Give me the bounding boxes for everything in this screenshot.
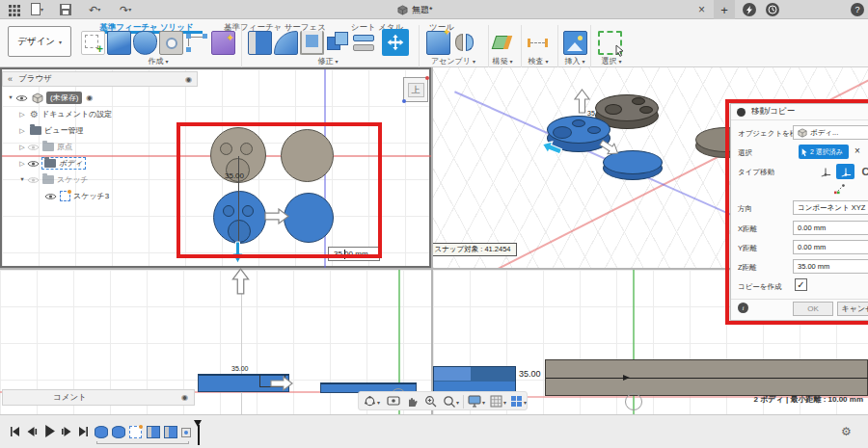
timeline-playhead[interactable] (194, 420, 203, 445)
browser-row-bodies[interactable]: ▷ ボディ (17, 156, 85, 171)
app-grid-icon[interactable] (8, 4, 20, 16)
help-button[interactable]: ? (851, 3, 864, 16)
move-direction-arrow[interactable] (270, 376, 293, 391)
manipulator-arrow-up-front[interactable] (231, 268, 250, 295)
eye-icon[interactable] (15, 94, 28, 102)
look-at-tool[interactable] (387, 395, 401, 408)
browser-row-settings[interactable]: ▷ ⚙ ドキュメントの設定 (17, 107, 112, 121)
move-copy-button[interactable] (382, 29, 409, 56)
version-history-button[interactable] (766, 3, 779, 16)
viewcube[interactable]: 上 (403, 77, 428, 102)
ok-button[interactable]: OK (793, 302, 833, 316)
body-gray-right[interactable] (545, 359, 868, 396)
new-tab-button[interactable]: + (714, 0, 735, 19)
viewports-tool[interactable] (510, 395, 525, 408)
shell-button[interactable] (300, 31, 324, 55)
browser-header[interactable]: « ブラウザ ◉ (2, 71, 198, 87)
clear-selection-button[interactable]: × (854, 145, 860, 156)
dialog-header[interactable]: 移動/コピー (731, 104, 868, 120)
construct-plane-button[interactable] (492, 31, 516, 55)
timeline-feature-cylinder-1[interactable] (95, 426, 108, 438)
collapse-icon[interactable]: ▷ (17, 144, 27, 151)
grid-caret[interactable]: ▾ (503, 399, 506, 406)
expand-icon[interactable]: ▼ (7, 95, 14, 101)
body-gray-plain-top[interactable] (281, 129, 334, 182)
eye-icon[interactable] (44, 193, 57, 200)
orbit-tool[interactable] (364, 395, 378, 408)
extrude-button[interactable] (107, 31, 131, 55)
manipulator-arrow-up[interactable] (574, 89, 590, 114)
body-blue-holed-top[interactable] (213, 191, 266, 244)
move-type-rotate[interactable]: C (856, 164, 868, 179)
revolve-button[interactable] (133, 31, 157, 55)
collapse-icon[interactable]: ▷ (17, 111, 27, 119)
undo-button[interactable]: ↶▾ (89, 0, 100, 19)
select-button[interactable] (598, 31, 622, 55)
grid-settings-tool[interactable] (490, 395, 504, 408)
move-type-free[interactable] (816, 164, 834, 179)
save-button[interactable] (60, 4, 71, 15)
fillet-button[interactable] (274, 31, 298, 55)
group-label-select[interactable]: 選択▾ (586, 57, 637, 66)
document-tab[interactable]: 無題* (397, 2, 433, 17)
group-label-modify[interactable]: 修正▾ (299, 57, 357, 66)
panel-options-icon[interactable]: ◉ (185, 75, 192, 84)
eye-icon-hidden[interactable] (27, 144, 40, 151)
activate-radio-icon[interactable]: ◉ (86, 93, 93, 102)
move-direction-arrow[interactable] (264, 208, 289, 224)
move-type-translate[interactable] (836, 164, 854, 179)
y-distance-input[interactable]: 0.00 mm (793, 240, 868, 254)
display-caret[interactable]: ▾ (482, 399, 485, 406)
design-menu-button[interactable]: デザイン ▾ (8, 26, 71, 57)
measure-button[interactable] (527, 31, 551, 55)
info-icon[interactable]: i (738, 303, 748, 313)
joint-button[interactable] (453, 31, 477, 55)
x-distance-input[interactable]: 0.00 mm (793, 221, 868, 235)
browser-row-views[interactable]: ▷ ビュー管理 (17, 123, 83, 138)
display-settings-tool[interactable] (468, 395, 482, 408)
timeline-step-forward-button[interactable] (60, 425, 72, 437)
browser-row-root[interactable]: ▼ (未保存) ◉ (6, 91, 93, 105)
dimension-input[interactable]: 35.00 mm (328, 247, 380, 261)
timeline-feature-move[interactable] (181, 428, 191, 437)
job-status-button[interactable] (743, 3, 756, 16)
new-component-button[interactable]: ✦ (426, 31, 450, 55)
file-menu-button[interactable]: ▾ (31, 3, 43, 15)
timeline-feature-sketch[interactable] (129, 426, 142, 438)
timeline-play-button[interactable] (42, 424, 56, 437)
browser-row-sketches[interactable]: ▼ スケッチ (17, 172, 89, 187)
object-dropdown[interactable]: ボディ... (793, 125, 868, 140)
manipulator-arrow-z[interactable] (231, 241, 244, 264)
timeline-go-to-start-button[interactable] (8, 425, 20, 437)
timeline-step-back-button[interactable] (25, 425, 38, 437)
create-form-button[interactable]: ✦ (211, 31, 235, 55)
timeline-feature-cylinder-2[interactable] (112, 426, 125, 438)
collapse-icon[interactable]: ▷ (17, 160, 27, 168)
timeline-feature-extrude-2[interactable] (164, 426, 177, 438)
sketch-dimension-button[interactable] (185, 31, 209, 55)
pan-tool[interactable] (406, 395, 420, 408)
split-body-button[interactable] (352, 31, 376, 55)
timeline-go-to-end-button[interactable] (77, 425, 90, 437)
timeline-feature-extrude-1[interactable] (147, 426, 160, 438)
combine-button[interactable] (326, 31, 350, 55)
group-label-create[interactable]: 作成▾ (129, 57, 187, 66)
zoom-window-caret[interactable]: ▾ (456, 399, 459, 406)
browser-row-sketch3[interactable]: スケッチ3 (44, 189, 109, 203)
eye-icon[interactable] (27, 160, 40, 168)
group-label-assemble[interactable]: アセンブリ▾ (422, 57, 484, 66)
eye-icon-hidden[interactable] (27, 176, 40, 184)
comment-bar[interactable]: コメント ◉ (2, 389, 195, 406)
browser-row-origin[interactable]: ▷ 原点 (17, 140, 72, 154)
orbit-caret[interactable]: ▾ (377, 399, 380, 406)
direction-dropdown[interactable]: コンポーネント XYZ (793, 200, 868, 215)
insert-button[interactable] (563, 31, 587, 55)
cancel-button[interactable]: キャンセル (837, 302, 868, 316)
expand-icon[interactable]: ▼ (18, 177, 26, 183)
viewports-caret[interactable]: ▾ (524, 399, 527, 406)
collapse-icon[interactable]: ▷ (17, 127, 27, 135)
create-copy-checkbox[interactable]: ✓ (795, 278, 807, 291)
redo-button[interactable]: ↷▾ (120, 0, 131, 19)
create-sketch-button[interactable]: + (81, 31, 105, 55)
zoom-tool[interactable] (424, 395, 439, 408)
